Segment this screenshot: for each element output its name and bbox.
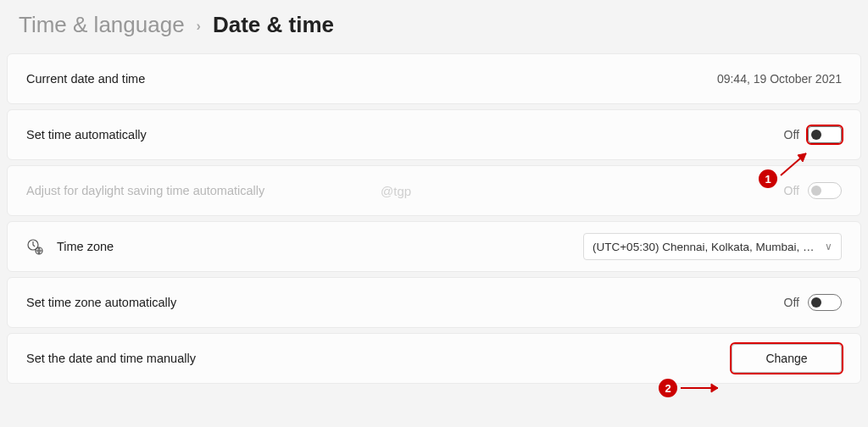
- toggle-set-time-auto[interactable]: [808, 126, 842, 143]
- row-label: Set time zone automatically: [26, 296, 784, 309]
- chevron-down-icon: ∨: [825, 241, 832, 252]
- chevron-right-icon: ›: [197, 19, 201, 34]
- timezone-select[interactable]: (UTC+05:30) Chennai, Kolkata, Mumbai, Ne…: [583, 233, 842, 260]
- select-value: (UTC+05:30) Chennai, Kolkata, Mumbai, Ne…: [593, 241, 818, 253]
- row-set-tz-auto: Set time zone automatically Off: [7, 277, 861, 328]
- row-timezone: Time zone (UTC+05:30) Chennai, Kolkata, …: [7, 221, 861, 272]
- row-set-manual: Set the date and time manually Change: [7, 333, 861, 384]
- watermark: @tgp: [381, 184, 411, 198]
- row-set-time-auto: Set time automatically Off: [7, 109, 861, 160]
- change-button[interactable]: Change: [732, 344, 842, 373]
- row-label: Time zone: [57, 240, 583, 253]
- current-datetime-value: 09:44, 19 October 2021: [717, 72, 842, 86]
- breadcrumb-current: Date & time: [213, 12, 334, 38]
- svg-marker-5: [711, 384, 718, 392]
- row-current-datetime: Current date and time 09:44, 19 October …: [7, 53, 861, 104]
- toggle-state-text: Off: [784, 184, 799, 197]
- breadcrumb-parent[interactable]: Time & language: [19, 12, 185, 38]
- row-label: Set the date and time manually: [26, 352, 732, 365]
- row-label: Set time automatically: [26, 128, 784, 141]
- row-dst-auto: Adjust for daylight saving time automati…: [7, 165, 861, 216]
- row-label: Current date and time: [26, 72, 717, 86]
- breadcrumb: Time & language › Date & time: [7, 0, 861, 53]
- toggle-state-text: Off: [784, 296, 799, 309]
- clock-globe-icon: [26, 238, 43, 255]
- toggle-dst-auto: [808, 182, 842, 199]
- toggle-state-text: Off: [784, 128, 799, 141]
- toggle-set-tz-auto[interactable]: [808, 294, 842, 311]
